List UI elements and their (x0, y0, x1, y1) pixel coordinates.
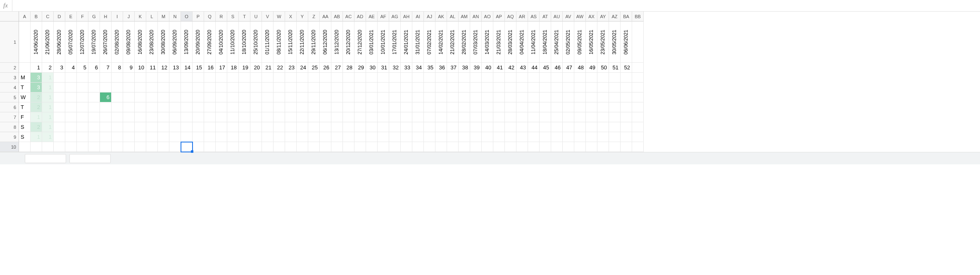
cell[interactable] (204, 102, 216, 112)
cell[interactable] (227, 92, 239, 102)
cell[interactable] (320, 122, 331, 132)
cell[interactable] (412, 83, 424, 92)
cell[interactable] (435, 73, 447, 83)
cell[interactable] (470, 132, 482, 142)
cell[interactable] (459, 112, 470, 122)
cell[interactable] (250, 112, 262, 122)
cell[interactable] (424, 73, 435, 83)
cell[interactable] (343, 83, 354, 92)
cell[interactable] (621, 92, 632, 102)
cell[interactable]: 35 (424, 63, 435, 73)
cell[interactable] (470, 73, 482, 83)
cell[interactable] (146, 132, 158, 142)
column-header[interactable]: V (262, 12, 274, 21)
cell[interactable] (354, 142, 366, 152)
cell[interactable]: 33 (401, 63, 412, 73)
cell[interactable] (169, 73, 181, 83)
cell[interactable] (516, 112, 528, 122)
cell[interactable]: 14 (181, 63, 193, 73)
cell[interactable] (135, 92, 146, 102)
cell[interactable] (540, 73, 551, 83)
cell[interactable] (505, 92, 516, 102)
cell[interactable] (459, 142, 470, 152)
cell[interactable] (239, 73, 250, 83)
column-header[interactable]: M (158, 12, 169, 21)
cell[interactable] (285, 102, 297, 112)
cell[interactable] (551, 112, 563, 122)
cell[interactable]: 14/02/2021 (435, 21, 447, 63)
cell[interactable] (308, 73, 320, 83)
cell[interactable] (320, 142, 331, 152)
cell[interactable]: 1 (42, 132, 54, 142)
cell[interactable] (297, 73, 308, 83)
column-header[interactable]: W (274, 12, 285, 21)
cell[interactable] (331, 102, 343, 112)
cell[interactable] (54, 132, 65, 142)
cell[interactable] (586, 112, 597, 122)
cell[interactable] (274, 132, 285, 142)
cell[interactable] (401, 83, 412, 92)
cell[interactable] (574, 142, 586, 152)
cell[interactable] (389, 102, 401, 112)
cell[interactable] (574, 83, 586, 92)
cell[interactable] (459, 132, 470, 142)
cell[interactable] (505, 122, 516, 132)
cell[interactable] (505, 83, 516, 92)
column-header[interactable]: AO (482, 12, 493, 21)
cell[interactable] (135, 102, 146, 112)
cell[interactable] (574, 73, 586, 83)
column-header[interactable]: AR (516, 12, 528, 21)
cell[interactable]: 26/07/2020 (100, 21, 112, 63)
cell[interactable]: 4 (65, 63, 77, 73)
cell[interactable] (343, 132, 354, 142)
column-header[interactable]: AN (470, 12, 482, 21)
cell[interactable]: 06/06/2021 (621, 21, 632, 63)
cell[interactable] (297, 83, 308, 92)
cell[interactable] (435, 102, 447, 112)
cell[interactable] (146, 92, 158, 102)
cell[interactable] (424, 122, 435, 132)
cell[interactable]: 1 (42, 83, 54, 92)
cell[interactable]: 28/03/2021 (505, 21, 516, 63)
cell[interactable] (632, 63, 644, 73)
cell[interactable] (366, 112, 378, 122)
column-header[interactable]: T (239, 12, 250, 21)
cell[interactable] (516, 142, 528, 152)
column-header[interactable]: AS (528, 12, 540, 21)
cell[interactable]: 21/06/2020 (42, 21, 54, 63)
cell[interactable] (389, 122, 401, 132)
cell[interactable] (123, 83, 135, 92)
column-header[interactable]: F (77, 12, 88, 21)
cell[interactable] (493, 102, 505, 112)
cell[interactable]: 50 (597, 63, 609, 73)
cell[interactable] (77, 122, 88, 132)
cell[interactable] (19, 21, 31, 63)
cell[interactable] (285, 92, 297, 102)
cell[interactable] (632, 83, 644, 92)
cell[interactable] (493, 122, 505, 132)
cell[interactable]: 13 (169, 63, 181, 73)
cell[interactable] (597, 102, 609, 112)
cell[interactable] (632, 21, 644, 63)
cell[interactable] (193, 122, 204, 132)
cell[interactable] (146, 122, 158, 132)
cell[interactable] (505, 73, 516, 83)
cell[interactable]: T (19, 83, 31, 92)
cell[interactable] (586, 132, 597, 142)
cell[interactable] (493, 132, 505, 142)
cell[interactable] (609, 102, 621, 112)
cell[interactable] (528, 132, 540, 142)
cell[interactable] (470, 112, 482, 122)
cell[interactable] (77, 132, 88, 142)
cell[interactable] (227, 122, 239, 132)
cell[interactable]: F (19, 112, 31, 122)
cell[interactable] (621, 83, 632, 92)
cell[interactable] (354, 73, 366, 83)
cell[interactable]: 42 (505, 63, 516, 73)
cell[interactable] (378, 83, 389, 92)
cell[interactable] (77, 102, 88, 112)
cell[interactable]: 6 (100, 92, 112, 102)
cell[interactable]: 52 (621, 63, 632, 73)
cell[interactable] (239, 122, 250, 132)
cell[interactable] (54, 112, 65, 122)
